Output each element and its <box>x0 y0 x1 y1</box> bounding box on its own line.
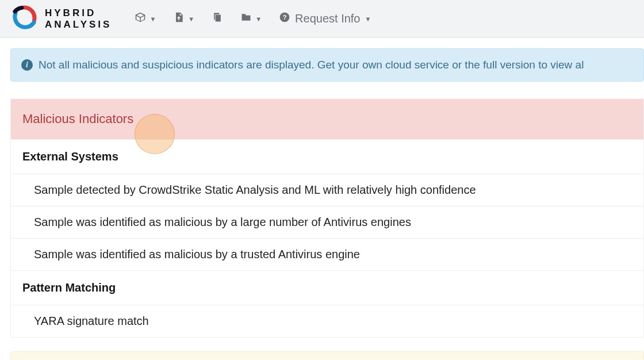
nav-upload-dropdown[interactable]: ▼ <box>173 12 194 26</box>
caret-down-icon: ▼ <box>255 16 262 22</box>
file-upload-icon <box>173 12 185 26</box>
banner-prefix: Not all malicious and suspicious indicat… <box>39 59 385 71</box>
request-info-dropdown[interactable]: ? Request Info ▼ <box>279 12 371 26</box>
brand-line1: HYBRID <box>45 7 112 19</box>
category-header[interactable]: Pattern Matching <box>11 270 643 305</box>
info-banner: i Not all malicious and suspicious indic… <box>10 48 644 82</box>
info-circle-icon: i <box>21 59 33 71</box>
caret-down-icon: ▼ <box>150 16 156 22</box>
cloud-service-link[interactable]: cloud service <box>385 59 449 71</box>
full-version-link[interactable]: full version <box>483 59 535 71</box>
top-nav: HYBRID ANALYSIS ▼ ▼ ▼ <box>0 0 644 38</box>
banner-text: Not all malicious and suspicious indicat… <box>39 59 584 71</box>
indicator-item[interactable]: Sample detected by CrowdStrike Static An… <box>11 174 643 206</box>
suspicious-indicators-panel-top <box>10 351 644 360</box>
indicator-item[interactable]: Sample was identified as malicious by a … <box>11 238 643 270</box>
nav-actions: ▼ ▼ ▼ ? Request Info ▼ <box>135 12 371 26</box>
indicator-item[interactable]: Sample was identified as malicious by a … <box>11 206 643 238</box>
nav-box-dropdown[interactable]: ▼ <box>135 12 156 26</box>
brand-text: HYBRID ANALYSIS <box>45 7 112 30</box>
copy-icon <box>212 12 223 26</box>
banner-suffix: to view al <box>535 59 584 71</box>
caret-down-icon: ▼ <box>188 16 194 22</box>
caret-down-icon: ▼ <box>365 16 371 22</box>
brand[interactable]: HYBRID ANALYSIS <box>12 5 112 33</box>
box-icon <box>135 12 146 26</box>
nav-copy-button[interactable] <box>212 12 223 26</box>
banner-mid: or the <box>449 59 483 71</box>
question-circle-icon: ? <box>279 12 290 26</box>
brand-logo-icon <box>12 5 37 33</box>
nav-folder-dropdown[interactable]: ▼ <box>240 12 262 26</box>
malicious-indicators-header[interactable]: Malicious Indicators <box>11 99 643 139</box>
folder-icon <box>240 12 252 26</box>
request-info-label: Request Info <box>295 12 360 25</box>
category-header[interactable]: External Systems <box>11 139 643 174</box>
svg-text:?: ? <box>283 13 287 21</box>
page-content: i Not all malicious and suspicious indic… <box>0 38 644 360</box>
indicator-item[interactable]: YARA signature match <box>11 305 643 337</box>
brand-line2: ANALYSIS <box>45 19 112 30</box>
malicious-indicators-panel: Malicious Indicators External Systems Sa… <box>10 99 644 338</box>
